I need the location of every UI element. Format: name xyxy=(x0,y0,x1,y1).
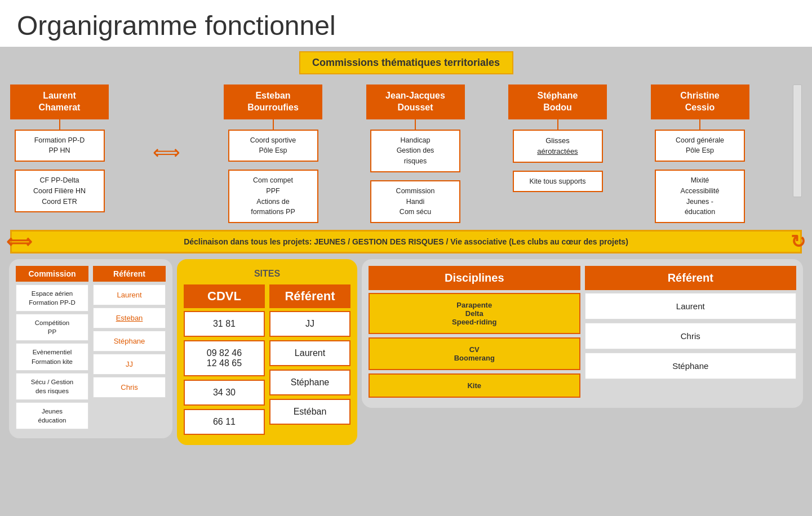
v-connector xyxy=(415,119,416,130)
person-name-christine: ChristineCessio xyxy=(651,84,749,119)
sub-box-handicap: HandicapGestion desrisques xyxy=(370,130,460,172)
cdvl-item-3181: 31 81 xyxy=(184,311,265,337)
sub-box-commission-handi: CommissionHandiCom sécu xyxy=(370,180,460,223)
sub-box-mixite: MixitéAccessibilitéJeunes -éducation xyxy=(655,170,745,223)
disc-item-parapente: ParapenteDeltaSpeed-riding xyxy=(369,293,580,334)
v-connector xyxy=(699,119,700,130)
cdvl-ref-jj: JJ xyxy=(269,311,350,337)
sub-box-formation-pp: Formation PP-DPP HN xyxy=(15,130,105,162)
commission-col: Commission Espace aérienFormation PP-D C… xyxy=(16,266,88,432)
cdvl-item-0982: 09 82 4612 48 65 xyxy=(184,340,265,376)
yellow-banner-row: ⟺ Déclinaison dans tous les projets: JEU… xyxy=(10,230,802,253)
sites-label: SITES xyxy=(184,266,350,284)
disciplines-referent-header: Référent xyxy=(585,266,797,290)
person-name-laurent: LaurentChamerat xyxy=(10,84,109,119)
cdvl-header: CDVL xyxy=(184,284,265,308)
double-arrow-icon: ⟺ xyxy=(153,84,180,163)
comm-item-secu: Sécu / Gestiondes risques xyxy=(16,373,88,400)
disciplines-panel: Disciplines ParapenteDeltaSpeed-riding C… xyxy=(362,259,803,408)
cdvl-panel: SITES CDVL 31 81 09 82 4612 48 65 34 30 … xyxy=(177,259,357,445)
disc-ref-chris: Chris xyxy=(585,323,797,349)
referent-header: Référent xyxy=(93,266,166,282)
comm-item-competition: CompétitionPP xyxy=(16,314,88,341)
person-col-jj: Jean-JacquesDousset HandicapGestion desr… xyxy=(366,84,465,223)
org-chart-container: Commissions thématiques territoriales La… xyxy=(0,47,812,516)
v-connector xyxy=(557,119,558,130)
disciplines-col: Disciplines ParapenteDeltaSpeed-riding C… xyxy=(369,266,580,401)
v-connector xyxy=(273,119,274,130)
cdvl-item-3430: 34 30 xyxy=(184,380,265,406)
sub-box-kite: Kite tous supports xyxy=(513,171,603,193)
referent-col: Référent Laurent Esteban Stéphane JJ Chr… xyxy=(93,266,166,432)
disc-ref-stephane: Stéphane xyxy=(585,353,797,379)
commission-header: Commission xyxy=(16,266,88,282)
sub-box-glisses: Glissesaérotractées xyxy=(513,130,603,163)
comm-item-espace: Espace aérienFormation PP-D xyxy=(16,284,88,312)
comm-item-jeunes: Jeuneséducation xyxy=(16,402,88,429)
v-connector xyxy=(59,119,60,130)
bottom-section: Commission Espace aérienFormation PP-D C… xyxy=(5,259,807,445)
top-banner: Commissions thématiques territoriales xyxy=(299,51,513,74)
person-name-jj: Jean-JacquesDousset xyxy=(366,84,465,119)
ref-item-laurent: Laurent xyxy=(93,284,166,305)
person-col-laurent: LaurentChamerat Formation PP-DPP HN CF P… xyxy=(10,84,109,212)
ref-item-chris-left: Chris xyxy=(93,377,166,398)
sub-box-cf-pp: CF PP-DeltaCoord Filière HNCoord ETR xyxy=(15,170,105,212)
disciplines-referent-col: Référent Laurent Chris Stéphane xyxy=(585,266,797,401)
scrollbar[interactable] xyxy=(793,84,802,197)
commission-inner: Commission Espace aérienFormation PP-D C… xyxy=(16,266,166,432)
page-title: Organigramme fonctionnel xyxy=(0,0,812,47)
ref-item-jj: JJ xyxy=(93,354,166,375)
right-arrow-icon: ↻ xyxy=(791,231,806,252)
person-name-stephane: StéphaneBodou xyxy=(508,84,607,119)
cdvl-referent-header: Référent xyxy=(269,284,350,308)
comm-item-evenement: EvènementielFormation kite xyxy=(16,343,88,370)
cdvl-ref-laurent: Laurent xyxy=(269,340,350,366)
person-col-christine: ChristineCessio Coord généralePôle Esp M… xyxy=(651,84,749,223)
cdvl-ref-esteban: Estéban xyxy=(269,399,350,425)
ref-item-esteban: Esteban xyxy=(93,308,166,328)
cdvl-col: CDVL 31 81 09 82 4612 48 65 34 30 66 11 xyxy=(184,284,265,438)
cdvl-ref-stephane: Stéphane xyxy=(269,370,350,395)
top-people-row: LaurentChamerat Formation PP-DPP HN CF P… xyxy=(5,84,807,223)
disc-item-cv: CVBoomerang xyxy=(369,337,580,370)
disciplines-header: Disciplines xyxy=(369,266,580,290)
yellow-banner-text: Déclinaison dans tous les projets: JEUNE… xyxy=(184,237,628,246)
sub-box-coord-generale: Coord généralePôle Esp xyxy=(655,130,745,162)
ref-item-stephane: Stéphane xyxy=(93,331,166,352)
disc-ref-laurent: Laurent xyxy=(585,293,797,319)
person-col-esteban: EstebanBourroufies Coord sportivePôle Es… xyxy=(224,84,322,223)
cdvl-item-6611: 66 11 xyxy=(184,409,265,435)
sub-box-coord-sportive: Coord sportivePôle Esp xyxy=(228,130,318,162)
person-col-stephane: StéphaneBodou Glissesaérotractées Kite t… xyxy=(508,84,607,192)
cdvl-referent-col: Référent JJ Laurent Stéphane Estéban xyxy=(269,284,350,438)
sub-box-com-compet: Com competPPFActions deformations PP xyxy=(228,170,318,223)
cdvl-inner: CDVL 31 81 09 82 4612 48 65 34 30 66 11 … xyxy=(184,284,350,438)
commission-panel: Commission Espace aérienFormation PP-D C… xyxy=(9,259,172,438)
disc-item-kite: Kite xyxy=(369,373,580,398)
left-arrow-icon: ⟺ xyxy=(6,231,32,252)
person-name-esteban: EstebanBourroufies xyxy=(224,84,322,119)
